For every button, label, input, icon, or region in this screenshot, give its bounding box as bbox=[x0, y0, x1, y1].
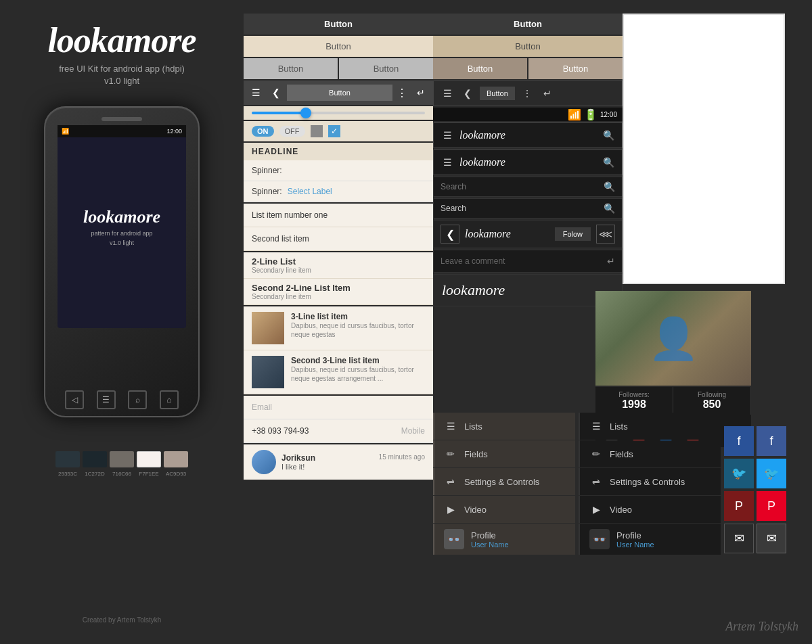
facebook-light-button[interactable]: f bbox=[757, 426, 786, 456]
dark-button-row-3: Button Button bbox=[433, 58, 623, 79]
3line-primary-1: 3-Line list item bbox=[291, 312, 425, 321]
following-label: Following bbox=[679, 391, 745, 398]
email-placeholder: Email bbox=[252, 402, 272, 412]
hamburger-icon[interactable]: ☰ bbox=[246, 83, 265, 102]
dark-beige-button[interactable]: Button bbox=[433, 36, 623, 57]
search-magnify-icon-2[interactable]: 🔍 bbox=[604, 203, 615, 214]
phone-status-bar: 📶 12:00 bbox=[58, 125, 186, 137]
gray-right-button[interactable]: Button bbox=[339, 58, 433, 79]
dark-search-icon-2[interactable]: 🔍 bbox=[600, 154, 616, 170]
dark-battery-icon: 🔋 bbox=[584, 108, 597, 121]
dark-half-button-2[interactable]: Button bbox=[528, 58, 623, 79]
search-magnify-icon-1[interactable]: 🔍 bbox=[604, 181, 615, 192]
dark-follow-back-btn[interactable]: ❮ bbox=[441, 225, 459, 244]
ab-center-button[interactable]: Button bbox=[287, 85, 392, 101]
email-field[interactable]: Email bbox=[244, 396, 433, 419]
dark-back-icon[interactable]: ❮ bbox=[459, 85, 476, 101]
fields-icon-light: ✏ bbox=[444, 447, 457, 461]
3line-thumb-2 bbox=[252, 356, 284, 388]
2line-secondary-2: Secondary line item bbox=[252, 293, 425, 300]
phone-hint: Mobile bbox=[401, 426, 425, 436]
dark-hamburger-icon[interactable]: ☰ bbox=[439, 85, 455, 101]
back-icon[interactable]: ❮ bbox=[267, 83, 286, 102]
dark-overflow-icon[interactable]: ⋮ bbox=[519, 85, 535, 101]
checkbox-checked[interactable]: ✓ bbox=[328, 125, 340, 137]
follow-button[interactable]: Folow bbox=[555, 227, 591, 241]
swatch-label-3: 716C66 bbox=[110, 471, 134, 477]
dark-search-input-1[interactable] bbox=[441, 182, 604, 191]
3line-item-1[interactable]: 3-Line list item Dapibus, neque id cursu… bbox=[244, 306, 433, 350]
nav-menu-btn[interactable]: ⌂ bbox=[160, 390, 179, 409]
dark-logo-hamburger-2[interactable]: ☰ bbox=[439, 154, 455, 170]
nav-lists-dark[interactable]: ☰ Lists bbox=[579, 413, 721, 440]
fields-label-dark: Fields bbox=[610, 449, 633, 459]
video-label-dark: Video bbox=[610, 505, 632, 515]
dark-full-button[interactable]: Button bbox=[244, 14, 433, 34]
nav-fields-light[interactable]: ✏ Fields bbox=[433, 440, 575, 467]
3line-item-2[interactable]: Second 3-Line list item Dapibus, neque i… bbox=[244, 350, 433, 394]
2line-item-1[interactable]: 2-Line List Secondary line item bbox=[244, 252, 433, 279]
twitter-dark-button[interactable]: 🐦 bbox=[724, 459, 754, 488]
dark-logo-large: lookamore bbox=[442, 281, 614, 299]
comment-time: 15 minutes ago bbox=[379, 453, 425, 463]
profile-name-light: Profile bbox=[471, 530, 509, 540]
nav-video-dark[interactable]: ▶ Video bbox=[579, 496, 721, 523]
dark-status-bar: 📶 🔋 12:00 bbox=[433, 108, 623, 121]
enter-icon[interactable]: ↵ bbox=[411, 83, 430, 102]
dark-ab-button[interactable]: Button bbox=[480, 87, 515, 100]
nav-profile-light[interactable]: 👓 Profile User Name bbox=[433, 524, 575, 555]
overflow-icon[interactable]: ⋮ bbox=[394, 87, 410, 99]
lists-label-dark: Lists bbox=[610, 421, 628, 432]
nav-profile-dark[interactable]: 👓 Profile User Name bbox=[579, 524, 721, 555]
slider-fill bbox=[252, 112, 304, 114]
swatch-label-2: 1C272D bbox=[83, 471, 107, 477]
3line-body-2: Dapibus, neque id cursus faucibus, torto… bbox=[291, 365, 425, 383]
email-dark-button[interactable]: ✉ bbox=[724, 524, 754, 553]
email-light-button[interactable]: ✉ bbox=[757, 524, 786, 553]
phone-field[interactable]: +38 093 794-93 Mobile bbox=[244, 419, 433, 443]
dark-logo-hamburger[interactable]: ☰ bbox=[439, 127, 455, 143]
toggle-on[interactable]: ON bbox=[252, 126, 274, 137]
spinner-row-2[interactable]: Spinner: Select Label bbox=[244, 181, 433, 202]
color-swatches: 29353C 1C272D 716C66 F7F1EE AC9D93 bbox=[55, 451, 188, 467]
3line-thumb-1 bbox=[252, 312, 284, 344]
swatch-label-5: AC9D93 bbox=[164, 471, 188, 477]
nav-home-btn[interactable]: ☰ bbox=[97, 390, 116, 409]
nav-lists-light[interactable]: ☰ Lists bbox=[433, 413, 575, 440]
dark-search-bar-1: 🔍 bbox=[433, 177, 623, 197]
gray-left-button[interactable]: Button bbox=[244, 58, 338, 79]
nav-back-btn[interactable]: ◁ bbox=[65, 390, 84, 409]
dark-logo-2: lookamore bbox=[459, 156, 505, 168]
nav-search-btn[interactable]: ⌕ bbox=[128, 390, 147, 409]
checkbox-unchecked[interactable] bbox=[311, 125, 323, 137]
nav-settings-light[interactable]: ⇌ Settings & Controls bbox=[433, 468, 575, 495]
comment-send-icon[interactable]: ↵ bbox=[607, 256, 615, 267]
dark-search-icon-1[interactable]: 🔍 bbox=[600, 127, 616, 143]
beige-full-button[interactable]: Button bbox=[244, 36, 433, 57]
2line-item-2[interactable]: Second 2-Line List Item Secondary line i… bbox=[244, 279, 433, 305]
pinterest-light-button[interactable]: P bbox=[757, 491, 786, 521]
phone-sub1: pattern for android app bbox=[91, 230, 152, 237]
brand-version: v1.0 light bbox=[104, 76, 139, 86]
twitter-light-button[interactable]: 🐦 bbox=[757, 459, 786, 488]
slider-thumb[interactable] bbox=[300, 108, 311, 118]
pinterest-dark-button[interactable]: P bbox=[724, 491, 754, 521]
nav-settings-dark[interactable]: ⇌ Settings & Controls bbox=[579, 468, 721, 495]
list-item-1[interactable]: List item number one bbox=[244, 204, 433, 227]
toggle-off[interactable]: OFF bbox=[279, 126, 305, 137]
dark-full-button-2[interactable]: Button bbox=[433, 14, 623, 34]
slider-track[interactable] bbox=[252, 112, 425, 114]
nav-video-light[interactable]: ▶ Video bbox=[433, 496, 575, 523]
comment-text: I like it! bbox=[281, 463, 425, 471]
dark-half-button-1[interactable]: Button bbox=[433, 58, 527, 79]
fields-icon-dark: ✏ bbox=[589, 447, 603, 461]
dark-search-input-2[interactable] bbox=[441, 204, 604, 213]
dark-enter-icon[interactable]: ↵ bbox=[539, 85, 556, 101]
profile-icon-light: 👓 bbox=[444, 529, 464, 549]
phone-screen: 📶 12:00 lookamore pattern for android ap… bbox=[58, 125, 186, 328]
video-icon-dark: ▶ bbox=[589, 503, 603, 516]
list-item-2[interactable]: Second list item bbox=[244, 227, 433, 251]
facebook-dark-button[interactable]: f bbox=[724, 426, 754, 456]
share-icon[interactable]: ⋘ bbox=[596, 225, 615, 244]
nav-fields-dark[interactable]: ✏ Fields bbox=[579, 440, 721, 467]
